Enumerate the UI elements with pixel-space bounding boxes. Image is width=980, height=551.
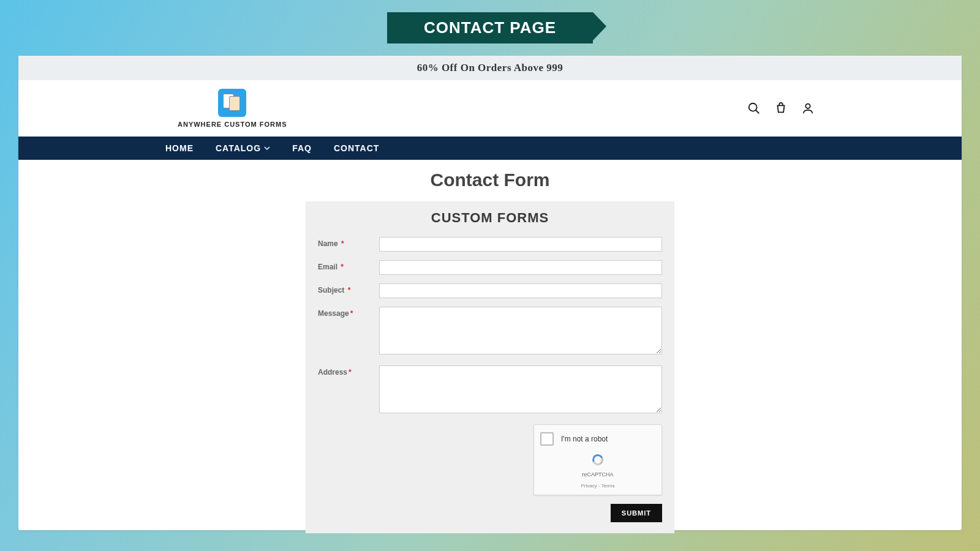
main-nav: HOME CATALOG FAQ CONTACT — [18, 137, 962, 160]
address-input[interactable] — [379, 365, 662, 413]
field-email: Email * — [318, 260, 662, 275]
nav-faq[interactable]: FAQ — [292, 143, 312, 153]
promo-text: 60% Off On Orders Above 999 — [417, 62, 564, 73]
form-title: CUSTOM FORMS — [318, 210, 662, 226]
site-container: 60% Off On Orders Above 999 ANYWHERE CUS… — [18, 56, 962, 530]
message-label: Message — [318, 309, 349, 318]
field-name: Name * — [318, 237, 662, 252]
subject-input[interactable] — [379, 283, 662, 298]
email-label: Email — [318, 263, 337, 271]
field-message: Message* — [318, 307, 662, 357]
recaptcha-icon — [592, 454, 603, 465]
field-subject: Subject * — [318, 283, 662, 298]
nav-home-label: HOME — [165, 143, 194, 153]
nav-contact[interactable]: CONTACT — [334, 143, 379, 153]
nav-catalog-label: CATALOG — [216, 143, 261, 153]
chevron-down-icon — [264, 145, 270, 151]
page-title: Contact Form — [18, 170, 962, 190]
header-icons — [747, 102, 815, 115]
nav-home[interactable]: HOME — [165, 143, 194, 153]
page-ribbon: CONTACT PAGE — [387, 12, 593, 43]
search-icon[interactable] — [747, 102, 761, 115]
recaptcha-text: I'm not a robot — [561, 435, 608, 443]
name-input[interactable] — [379, 237, 662, 252]
svg-line-1 — [756, 110, 760, 114]
recaptcha-widget: I'm not a robot reCAPTCHA Privacy - Term… — [533, 424, 662, 495]
site-header: ANYWHERE CUSTOM FORMS — [18, 80, 962, 137]
address-label: Address — [318, 368, 347, 377]
recaptcha-checkbox[interactable] — [540, 432, 554, 446]
message-input[interactable] — [379, 307, 662, 354]
site-logo[interactable]: ANYWHERE CUSTOM FORMS — [178, 89, 287, 128]
required-star: * — [341, 239, 344, 248]
recaptcha-brand: reCAPTCHA — [582, 471, 613, 478]
email-input[interactable] — [379, 260, 662, 275]
name-label: Name — [318, 239, 338, 248]
page-content: Contact Form CUSTOM FORMS Name * Email *… — [18, 160, 962, 533]
nav-catalog[interactable]: CATALOG — [216, 143, 270, 153]
logo-icon — [218, 89, 246, 117]
field-address: Address* — [318, 365, 662, 416]
required-star: * — [350, 309, 353, 318]
account-icon[interactable] — [801, 102, 815, 115]
svg-point-2 — [805, 104, 810, 108]
contact-form: CUSTOM FORMS Name * Email * Subject * Me… — [306, 201, 674, 533]
ribbon-label: CONTACT PAGE — [424, 18, 556, 37]
nav-contact-label: CONTACT — [334, 143, 379, 153]
submit-button[interactable]: SUBMIT — [611, 504, 662, 522]
nav-faq-label: FAQ — [292, 143, 312, 153]
svg-point-0 — [749, 103, 757, 111]
recaptcha-links[interactable]: Privacy - Terms — [581, 483, 615, 489]
required-star: * — [341, 263, 344, 271]
required-star: * — [348, 286, 351, 294]
subject-label: Subject — [318, 286, 344, 294]
logo-text: ANYWHERE CUSTOM FORMS — [178, 121, 287, 128]
promo-bar: 60% Off On Orders Above 999 — [18, 56, 962, 80]
cart-icon[interactable] — [774, 102, 788, 115]
required-star: * — [349, 368, 352, 377]
